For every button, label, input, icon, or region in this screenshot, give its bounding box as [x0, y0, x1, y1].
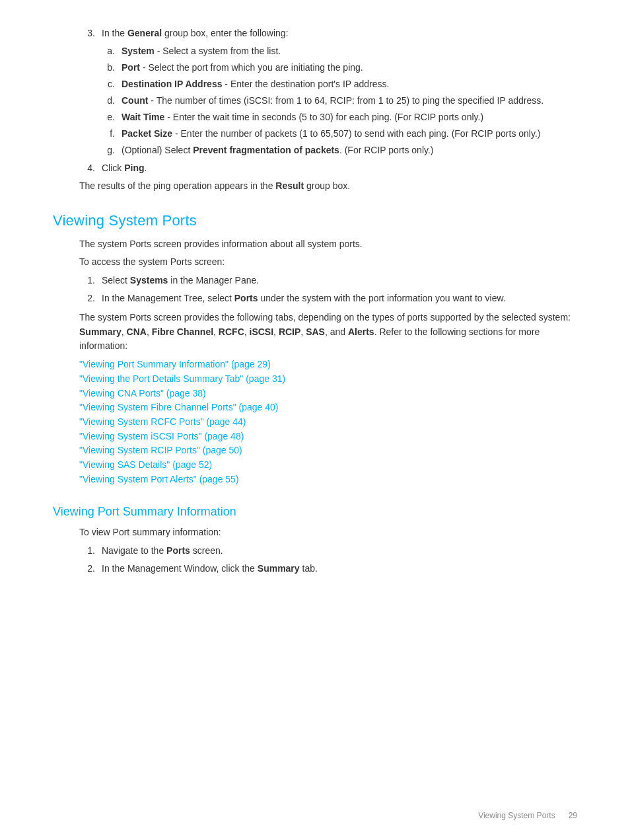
step-sp2-content: In the Management Tree, select Ports und…: [102, 291, 577, 305]
sub-letter-b: b.: [102, 61, 115, 75]
step-3-number: 3.: [79, 26, 95, 40]
step-ps1-content: Navigate to the Ports screen.: [102, 544, 577, 558]
result-text: The results of the ping operation appear…: [79, 179, 577, 194]
step-sp1-content: Select Systems in the Manager Pane.: [102, 274, 577, 287]
link-item[interactable]: "Viewing SAS Details" (page 52): [79, 458, 577, 473]
system-ports-steps: 1. Select Systems in the Manager Pane. 2…: [79, 274, 577, 305]
sub-letter-e: e.: [102, 110, 115, 124]
link-item[interactable]: "Viewing System iSCSI Ports" (page 48): [79, 430, 577, 444]
system-ports-tabs-desc: The system Ports screen provides the fol…: [79, 311, 577, 354]
sub-content-f: Packet Size - Enter the number of packet…: [122, 127, 577, 141]
sub-content-a: System - Select a system from the list.: [122, 44, 577, 58]
viewing-system-ports-section: Viewing System Ports The system Ports sc…: [53, 212, 577, 487]
step-ps2-content: In the Management Window, click the Summ…: [102, 562, 577, 576]
step-4-number: 4.: [79, 161, 95, 175]
step-3-item: 3. In the General group box, enter the f…: [79, 26, 577, 40]
sub-letter-d: d.: [102, 94, 115, 108]
link-item[interactable]: "Viewing the Port Details Summary Tab" (…: [79, 372, 577, 387]
step-ps2-number: 2.: [79, 562, 95, 576]
port-summary-steps: 1. Navigate to the Ports screen. 2. In t…: [79, 544, 577, 576]
step-ps1-number: 1.: [79, 544, 95, 558]
system-ports-step-2: 2. In the Management Tree, select Ports …: [79, 291, 577, 305]
step-sp1-number: 1.: [79, 274, 95, 287]
link-item[interactable]: "Viewing CNA Ports" (page 38): [79, 387, 577, 401]
system-ports-intro1: The system Ports screen provides informa…: [79, 237, 577, 252]
step-4-item: 4. Click Ping.: [79, 161, 577, 175]
step-3-block: 3. In the General group box, enter the f…: [79, 26, 577, 175]
sub-letter-a: a.: [102, 44, 115, 58]
sub-item-f: f. Packet Size - Enter the number of pac…: [102, 127, 577, 141]
sub-content-e: Wait Time - Enter the wait time in secon…: [122, 110, 577, 124]
link-item[interactable]: "Viewing System RCFC Ports" (page 44): [79, 415, 577, 430]
sub-item-b: b. Port - Select the port from which you…: [102, 61, 577, 75]
footer-section-label: Viewing System Ports: [478, 811, 555, 820]
sub-item-g: g. (Optional) Select Prevent fragmentati…: [102, 143, 577, 157]
sub-content-g: (Optional) Select Prevent fragmentation …: [122, 143, 577, 157]
system-ports-intro2: To access the system Ports screen:: [79, 255, 577, 270]
link-item[interactable]: "Viewing Port Summary Information" (page…: [79, 358, 577, 372]
step-3-content: In the General group box, enter the foll…: [102, 26, 577, 40]
step-4-content: Click Ping.: [102, 161, 577, 175]
system-ports-step-1: 1. Select Systems in the Manager Pane.: [79, 274, 577, 287]
sub-content-c: Destination IP Address - Enter the desti…: [122, 77, 577, 91]
page-container: 3. In the General group box, enter the f…: [0, 0, 630, 619]
viewing-port-summary-section: Viewing Port Summary Information To view…: [53, 505, 577, 576]
step-sp2-number: 2.: [79, 291, 95, 305]
sub-item-d: d. Count - The number of times (iSCSI: f…: [102, 94, 577, 108]
sub-letter-c: c.: [102, 77, 115, 91]
viewing-port-summary-heading: Viewing Port Summary Information: [53, 505, 577, 519]
sub-item-a: a. System - Select a system from the lis…: [102, 44, 577, 58]
link-item[interactable]: "Viewing System RCIP Ports" (page 50): [79, 443, 577, 458]
sub-item-c: c. Destination IP Address - Enter the de…: [102, 77, 577, 91]
footer-page-number: 29: [569, 811, 577, 820]
link-item[interactable]: "Viewing System Port Alerts" (page 55): [79, 473, 577, 487]
port-summary-step-2: 2. In the Management Window, click the S…: [79, 562, 577, 576]
link-item[interactable]: "Viewing System Fibre Channel Ports" (pa…: [79, 401, 577, 415]
port-summary-step-1: 1. Navigate to the Ports screen.: [79, 544, 577, 558]
sub-content-d: Count - The number of times (iSCSI: from…: [122, 94, 577, 108]
sub-letter-f: f.: [102, 127, 115, 141]
sub-letter-g: g.: [102, 143, 115, 157]
viewing-system-ports-heading: Viewing System Ports: [53, 212, 577, 229]
port-summary-intro: To view Port summary information:: [79, 525, 577, 540]
sub-item-e: e. Wait Time - Enter the wait time in se…: [102, 110, 577, 124]
sub-content-b: Port - Select the port from which you ar…: [122, 61, 577, 75]
page-footer: Viewing System Ports 29: [478, 811, 577, 820]
system-ports-links: "Viewing Port Summary Information" (page…: [79, 358, 577, 486]
